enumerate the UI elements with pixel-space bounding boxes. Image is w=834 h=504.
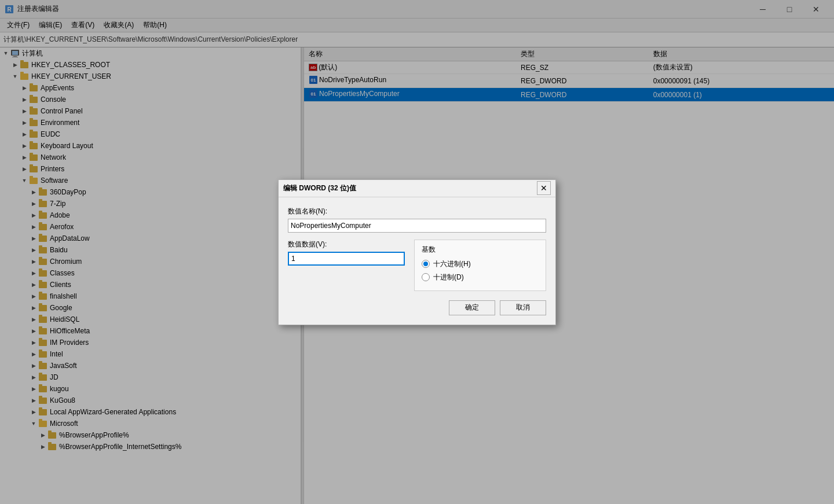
- dialog-title-bar: 编辑 DWORD (32 位)值 ✕: [279, 180, 555, 197]
- data-label: 数值数据(V):: [288, 240, 405, 249]
- modal-overlay: 编辑 DWORD (32 位)值 ✕ 数值名称(N): 数值数据(V): 基数: [0, 0, 834, 504]
- dialog-close-button[interactable]: ✕: [537, 181, 551, 195]
- dialog-buttons: 确定 取消: [288, 300, 546, 315]
- base-section: 基数 十六进制(H) 十进制(D): [414, 240, 546, 291]
- name-label: 数值名称(N):: [288, 207, 546, 216]
- edit-dword-dialog: 编辑 DWORD (32 位)值 ✕ 数值名称(N): 数值数据(V): 基数: [278, 179, 556, 325]
- value-section: 数值数据(V):: [288, 240, 405, 291]
- name-input[interactable]: [288, 219, 546, 233]
- hex-radio-label[interactable]: 十六进制(H): [422, 259, 539, 269]
- hex-radio-button[interactable]: [422, 260, 430, 268]
- base-label: 基数: [422, 245, 539, 255]
- hex-radio-text: 十六进制(H): [433, 259, 471, 269]
- cancel-button[interactable]: 取消: [500, 300, 546, 315]
- value-base-row: 数值数据(V): 基数 十六进制(H) 十进制(D): [288, 240, 546, 291]
- name-field-group: 数值名称(N):: [288, 207, 546, 240]
- dec-radio-button[interactable]: [422, 273, 430, 281]
- dialog-content: 数值名称(N): 数值数据(V): 基数 十六进制(H): [279, 197, 555, 325]
- dec-radio-text: 十进制(D): [433, 273, 464, 282]
- dialog-title: 编辑 DWORD (32 位)值: [283, 183, 537, 193]
- ok-button[interactable]: 确定: [449, 300, 495, 315]
- dec-radio-label[interactable]: 十进制(D): [422, 273, 539, 282]
- data-input[interactable]: [288, 252, 405, 266]
